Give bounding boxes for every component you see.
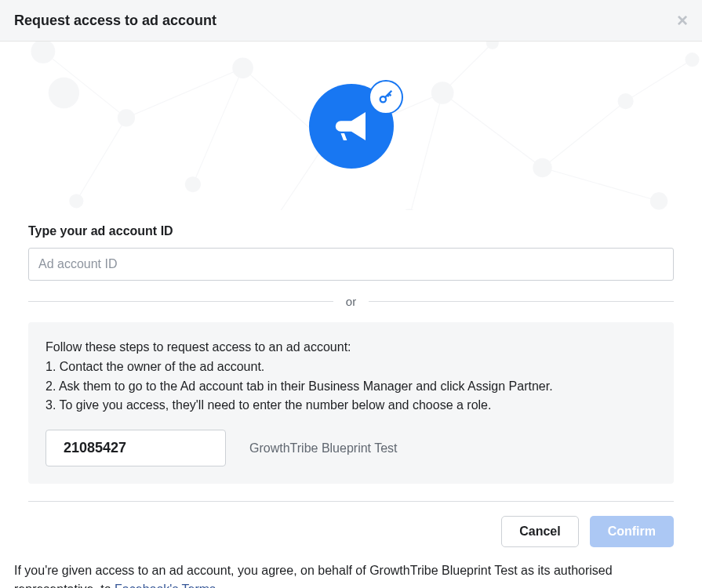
form-label: Type your ad account ID (28, 224, 674, 238)
hero-section (0, 42, 702, 210)
svg-point-23 (686, 53, 699, 67)
megaphone-circle (309, 84, 394, 169)
svg-point-19 (533, 158, 551, 176)
svg-line-10 (193, 68, 243, 185)
button-row: Cancel Confirm (0, 516, 702, 547)
svg-point-13 (31, 42, 55, 63)
megaphone-icon (330, 105, 373, 147)
svg-point-22 (650, 193, 667, 209)
footer-divider (28, 501, 674, 502)
confirm-button[interactable]: Confirm (590, 516, 674, 547)
svg-point-20 (618, 94, 633, 109)
svg-point-28 (380, 96, 385, 102)
partner-number-box: 21085427 (45, 430, 226, 466)
ad-account-id-input[interactable] (28, 248, 674, 281)
svg-line-12 (409, 93, 442, 210)
svg-point-21 (486, 42, 498, 49)
terms-suffix: . (216, 583, 219, 588)
hero-icon (309, 84, 394, 169)
terms-link[interactable]: Facebook's Terms (115, 583, 216, 588)
svg-line-5 (442, 93, 542, 167)
key-badge (369, 80, 403, 114)
svg-line-8 (543, 168, 660, 201)
svg-point-26 (401, 209, 417, 210)
svg-point-18 (431, 82, 453, 104)
divider-line-right (369, 301, 674, 302)
account-name: GrowthTribe Blueprint Test (249, 441, 398, 456)
key-icon (377, 89, 395, 106)
svg-point-24 (185, 177, 200, 192)
or-divider: or (28, 295, 674, 308)
svg-line-1 (76, 118, 126, 201)
svg-point-16 (233, 58, 253, 78)
partner-number-row: 21085427 GrowthTribe Blueprint Test (45, 430, 657, 466)
modal-title: Request access to ad account (14, 13, 216, 29)
cancel-button[interactable]: Cancel (501, 516, 578, 547)
svg-point-27 (49, 78, 78, 107)
steps-box: Follow these steps to request access to … (28, 322, 674, 484)
svg-line-9 (626, 60, 693, 101)
svg-line-2 (126, 68, 243, 118)
step-1: 1. Contact the owner of the ad account. (45, 358, 657, 377)
svg-line-6 (543, 101, 626, 168)
svg-point-14 (118, 110, 134, 126)
step-2: 2. Ask them to go to the Ad account tab … (45, 377, 657, 397)
divider-text: or (346, 295, 356, 308)
content-area: Type your ad account ID or Follow these … (0, 224, 702, 502)
terms-prefix: If you're given access to an ad account,… (14, 564, 613, 588)
divider-line-left (28, 301, 333, 302)
close-icon[interactable]: × (677, 11, 688, 30)
steps-intro: Follow these steps to request access to … (45, 338, 657, 358)
modal-header: Request access to ad account × (0, 0, 702, 42)
step-3: 3. To give you access, they'll need to e… (45, 396, 657, 416)
terms-text: If you're given access to an ad account,… (0, 547, 702, 588)
svg-point-15 (70, 194, 83, 208)
